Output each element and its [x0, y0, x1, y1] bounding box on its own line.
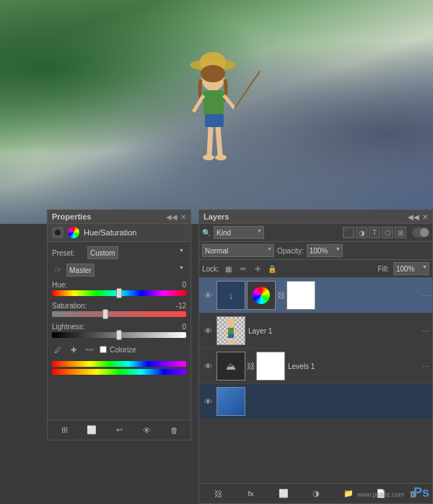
- chain-icon-levels[interactable]: ⛓: [247, 362, 255, 370]
- close-icon[interactable]: ✕: [180, 213, 186, 221]
- collapse-icon[interactable]: ◀◀: [166, 213, 178, 221]
- preset-select[interactable]: Custom: [87, 246, 118, 259]
- fx-btn[interactable]: fx: [244, 487, 258, 501]
- svg-line-11: [218, 127, 220, 155]
- mask-btn[interactable]: ⬜: [276, 487, 291, 501]
- svg-line-17: [224, 330, 228, 335]
- lightness-label: Lightness:: [52, 323, 85, 331]
- levels-mask-thumb: [256, 352, 285, 381]
- eye-icon-layer-top[interactable]: 👁: [202, 290, 214, 301]
- colorize-row: Colorize: [100, 346, 136, 354]
- rainbow-bar: [52, 361, 186, 367]
- properties-panel-header: Properties ◀◀ ✕: [48, 210, 191, 224]
- lock-checkerboard-icon[interactable]: ▦: [224, 264, 234, 274]
- properties-panel: Properties ◀◀ ✕ Hue/Saturation Preset: C…: [47, 209, 191, 440]
- lock-padlock-icon[interactable]: 🔒: [267, 264, 277, 274]
- hue-sat-icon: [68, 227, 79, 238]
- bg-thumb: [216, 387, 245, 416]
- layer-top-thumbs: ↓ ⛓: [216, 281, 315, 310]
- lock-row: Lock: ▦ ✏ ✛ 🔒 Fill: ▼: [199, 260, 432, 278]
- link-layers-btn[interactable]: ⛓: [211, 487, 226, 501]
- lightness-section: Lightness: 0: [52, 323, 186, 338]
- channel-row: ☞ Master ▼: [52, 264, 186, 277]
- blend-mode-select[interactable]: Normal: [202, 244, 274, 257]
- fill-input[interactable]: [393, 262, 429, 275]
- smart-filter-icon[interactable]: ⊞: [395, 227, 406, 238]
- adjustment-btn[interactable]: ◑: [309, 487, 323, 501]
- hue-slider[interactable]: [52, 290, 186, 296]
- svg-rect-4: [204, 90, 224, 116]
- eye-icon-bg[interactable]: 👁: [202, 396, 214, 407]
- filter-toggle[interactable]: [412, 227, 429, 238]
- svg-rect-5: [205, 114, 224, 127]
- layers-filter-row: 🔍 Kind ⬛ ◑ T ⬡ ⊞: [199, 224, 432, 242]
- lightness-slider[interactable]: [52, 332, 186, 338]
- adjustment-filter-icon[interactable]: ◑: [356, 227, 367, 238]
- undo-bottom-btn[interactable]: ↩: [112, 423, 126, 438]
- lightness-value: 0: [182, 323, 186, 331]
- eyedropper-icon[interactable]: 🖊: [52, 344, 64, 355]
- hue-label: Hue:: [52, 281, 67, 289]
- new-layer-bottom-btn[interactable]: ⊞: [57, 423, 71, 438]
- svg-point-13: [215, 155, 227, 160]
- saturation-slider[interactable]: [52, 311, 186, 317]
- trash-bottom-btn[interactable]: 🗑: [167, 423, 181, 438]
- levels-options[interactable]: ⋯: [422, 362, 429, 370]
- layer-top-mask-thumb: [287, 281, 315, 310]
- mask-bottom-btn[interactable]: ⬜: [84, 423, 99, 438]
- type-filter-icon[interactable]: T: [369, 227, 380, 238]
- layer-top-options[interactable]: ⋯: [422, 292, 429, 300]
- layers-panel: Layers ◀◀ ✕ 🔍 Kind ⬛ ◑ T ⬡ ⊞ Normal: [198, 209, 433, 504]
- layer-item-levels[interactable]: 👁 ⛰ ⛓ Levels 1 ⋯: [199, 349, 432, 384]
- layers-close-icon[interactable]: ✕: [422, 213, 428, 221]
- layer-1-thumb: [216, 316, 245, 345]
- preset-label: Preset:: [52, 249, 84, 257]
- colorize-checkbox[interactable]: [100, 346, 107, 353]
- preset-select-wrapper[interactable]: Custom ▼: [87, 246, 186, 259]
- channel-select-wrapper[interactable]: Master ▼: [66, 264, 186, 277]
- layer-item-bg[interactable]: 👁: [199, 384, 432, 420]
- layer-top-huesat-thumb: [247, 281, 276, 310]
- filter-icons-group: ⬛ ◑ T ⬡ ⊞: [343, 227, 406, 238]
- opacity-input[interactable]: [307, 244, 343, 257]
- saturation-thumb[interactable]: [102, 309, 108, 319]
- layers-collapse-icon[interactable]: ◀◀: [408, 213, 419, 221]
- lightness-thumb[interactable]: [116, 330, 122, 340]
- layer-item-1[interactable]: 👁 Layer 1 ⋯: [199, 313, 432, 349]
- eye-icon-levels[interactable]: 👁: [202, 360, 214, 372]
- hue-sat-label: Hue/Saturation: [84, 228, 136, 237]
- channel-select[interactable]: Master: [66, 264, 95, 277]
- blend-select-wrapper[interactable]: Normal: [202, 244, 274, 257]
- hue-thumb[interactable]: [116, 288, 122, 298]
- eyedropper-plus-icon[interactable]: ✚: [68, 344, 79, 355]
- site-watermark: www.psahz.com: [357, 491, 404, 498]
- eye-icon-layer-1[interactable]: 👁: [202, 325, 214, 336]
- lock-move-icon[interactable]: ✛: [253, 264, 263, 274]
- saturation-section: Saturation: -12: [52, 302, 186, 317]
- kind-select-wrapper[interactable]: Kind: [214, 226, 264, 239]
- fill-wrapper[interactable]: ▼: [393, 262, 429, 275]
- search-icon: 🔍: [202, 229, 211, 237]
- eye-bottom-btn[interactable]: 👁: [139, 423, 154, 438]
- eyedropper-minus-icon[interactable]: ➖: [84, 344, 95, 355]
- properties-content: Preset: Custom ▼ ☞ Master ▼ Hue: 0: [48, 242, 191, 379]
- hand-tool-icon[interactable]: ☞: [52, 264, 64, 276]
- levels-name: Levels 1: [288, 362, 419, 370]
- layer-1-thumbs: [216, 316, 245, 345]
- opacity-wrapper[interactable]: ▼: [307, 244, 343, 257]
- shape-filter-icon[interactable]: ⬡: [382, 227, 393, 238]
- layers-panel-header: Layers ◀◀ ✕: [199, 210, 432, 224]
- chain-icon-top[interactable]: ⛓: [277, 291, 285, 300]
- folder-btn[interactable]: 📁: [341, 487, 356, 501]
- lock-brush-icon[interactable]: ✏: [238, 264, 248, 274]
- levels-icon: ⛰: [226, 360, 236, 372]
- pixel-filter-icon[interactable]: ⬛: [343, 227, 354, 238]
- layers-header-controls[interactable]: ◀◀ ✕: [408, 213, 428, 221]
- properties-collapse[interactable]: ◀◀ ✕: [166, 213, 186, 221]
- layer-1-options[interactable]: ⋯: [422, 327, 429, 335]
- svg-point-12: [203, 155, 214, 160]
- kind-select[interactable]: Kind: [214, 226, 264, 239]
- layer-item-top[interactable]: 👁 ↓ ⛓ ⋯: [199, 278, 432, 313]
- ps-logo: Ps: [414, 485, 429, 500]
- properties-label: Properties: [52, 212, 91, 221]
